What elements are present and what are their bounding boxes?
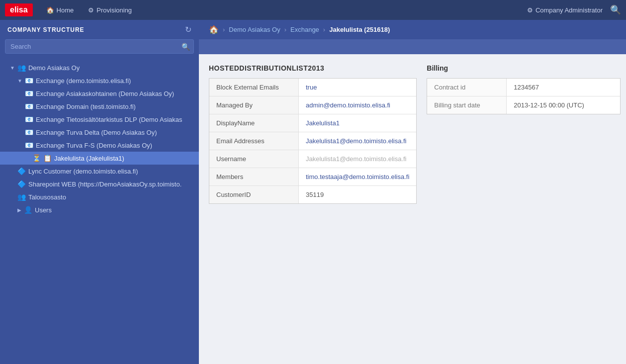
sidebar-item-label: Demo Asiakas Oy bbox=[28, 64, 194, 72]
field-label: Email Addresses bbox=[209, 132, 299, 150]
field-value[interactable]: Jakelulista1@demo.toimisto.elisa.fi bbox=[299, 132, 416, 150]
sidebar-item-label: Exchange Turva Delta (Demo Asiakas Oy) bbox=[36, 129, 194, 136]
breadcrumb-current-id: (251618) bbox=[364, 26, 390, 33]
home-icon: 🏠 bbox=[46, 6, 54, 14]
breadcrumb-sub-bar bbox=[199, 39, 626, 54]
company-icon: 👥 bbox=[17, 64, 26, 72]
sidebar-item-sharepoint[interactable]: 🔷 Sharepoint WEB (https://DemoAsiakasOy.… bbox=[0, 178, 199, 190]
sidebar-item-exchange-asiakaskohtainen[interactable]: 📧 Exchange Asiakaskohtainen (Demo Asiaka… bbox=[0, 87, 199, 100]
toggle-icon: ▼ bbox=[10, 65, 15, 71]
toggle-icon: ▼ bbox=[17, 78, 22, 84]
table-row: CustomerID 35119 bbox=[209, 186, 416, 203]
sidebar-item-jakelulista[interactable]: ⏳ 📋 Jakelulista (Jakelulista1) bbox=[0, 152, 199, 165]
billing-panel: Billing Contract id 1234567 Billing star… bbox=[427, 64, 621, 354]
admin-menu[interactable]: ⚙ Company Administrator bbox=[527, 6, 603, 14]
sidebar-item-users[interactable]: ▶ 👤 Users bbox=[0, 203, 199, 216]
breadcrumb-demo-asiakas[interactable]: Demo Asiakas Oy bbox=[229, 26, 280, 33]
breadcrumb-current: Jakelulista (251618) bbox=[329, 26, 390, 33]
table-row: DisplayName Jakelulista1 bbox=[209, 114, 416, 132]
exchange-icon: 📧 bbox=[25, 90, 33, 97]
billing-value: 1234567 bbox=[507, 79, 620, 96]
sidebar-item-label: Lync Customer (demo.toimisto.elisa.fi) bbox=[28, 168, 194, 175]
sidebar-item-label: Exchange Tietosisältötarkistus DLP (Demo… bbox=[36, 116, 194, 123]
sidebar-item-label: Exchange Domain (testi.toimisto.fi) bbox=[36, 103, 194, 110]
billing-value: 2013-12-15 00:00 (UTC) bbox=[507, 96, 620, 114]
search-input[interactable] bbox=[5, 39, 194, 54]
breadcrumb-sep-2: › bbox=[284, 26, 286, 33]
sidebar-title: COMPANY STRUCTURE bbox=[7, 26, 85, 33]
sidebar-search-container: 🔍 bbox=[5, 39, 194, 54]
sidebar-item-talousosasto[interactable]: 👥 Talousosasto bbox=[0, 190, 199, 203]
sidebar: COMPANY STRUCTURE ↻ 🔍 ▼ 👥 Demo Asiakas O… bbox=[0, 20, 199, 364]
info-panel: HOSTEDDISTRIBUTIONLIST2013 Block Externa… bbox=[209, 64, 417, 354]
field-value[interactable]: admin@demo.toimisto.elisa.fi bbox=[299, 96, 416, 114]
loading-icon: ⏳ bbox=[32, 154, 41, 162]
list-icon: 📋 bbox=[43, 154, 52, 162]
breadcrumb-sep-3: › bbox=[323, 26, 325, 33]
sidebar-item-exchange-domain[interactable]: 📧 Exchange Domain (testi.toimisto.fi) bbox=[0, 100, 199, 113]
provisioning-icon: ⚙ bbox=[88, 6, 94, 14]
search-icon[interactable]: 🔍 bbox=[610, 4, 621, 15]
breadcrumb-exchange[interactable]: Exchange bbox=[290, 26, 319, 33]
sidebar-item-exchange-turva-fs[interactable]: 📧 Exchange Turva F-S (Demo Asiakas Oy) bbox=[0, 139, 199, 152]
sidebar-item-lync[interactable]: 🔷 Lync Customer (demo.toimisto.elisa.fi) bbox=[0, 165, 199, 178]
field-value[interactable]: true bbox=[299, 79, 416, 96]
top-nav: elisa 🏠 Home ⚙ Provisioning ⚙ Company Ad… bbox=[0, 0, 626, 20]
main-content: 🏠 › Demo Asiakas Oy › Exchange › Jakelul… bbox=[199, 20, 626, 364]
field-label: CustomerID bbox=[209, 186, 299, 203]
gear-icon: ⚙ bbox=[527, 6, 533, 14]
breadcrumb-current-name: Jakelulista bbox=[329, 26, 362, 33]
sidebar-item-demo-asiakas-oy[interactable]: ▼ 👥 Demo Asiakas Oy bbox=[0, 61, 199, 74]
sidebar-item-label: Users bbox=[35, 206, 194, 214]
exchange-icon: 📧 bbox=[25, 77, 33, 85]
field-label: Block External Emails bbox=[209, 79, 299, 96]
nav-provisioning[interactable]: ⚙ Provisioning bbox=[82, 4, 138, 16]
billing-table: Contract id 1234567 Billing start date 2… bbox=[427, 78, 621, 114]
search-magnifier-icon: 🔍 bbox=[181, 43, 190, 51]
nav-right: ⚙ Company Administrator 🔍 bbox=[527, 4, 621, 15]
table-row: Members timo.testaaja@demo.toimisto.elis… bbox=[209, 168, 416, 186]
field-value: 35119 bbox=[299, 186, 416, 203]
table-row: Email Addresses Jakelulista1@demo.toimis… bbox=[209, 132, 416, 150]
breadcrumb-home-icon[interactable]: 🏠 bbox=[209, 25, 219, 34]
exchange-icon: 📧 bbox=[25, 115, 33, 123]
dept-icon: 👥 bbox=[17, 193, 26, 201]
sidebar-item-label: Exchange Asiakaskohtainen (Demo Asiakas … bbox=[36, 90, 194, 97]
table-row: Username Jakelulista1@demo.toimisto.elis… bbox=[209, 150, 416, 168]
field-label: Username bbox=[209, 150, 299, 168]
nav-home-label: Home bbox=[57, 6, 74, 14]
app-logo[interactable]: elisa bbox=[5, 3, 33, 16]
sidebar-item-exchange[interactable]: ▼ 📧 Exchange (demo.toimisto.elisa.fi) bbox=[0, 74, 199, 87]
billing-label: Contract id bbox=[427, 79, 507, 96]
admin-label: Company Administrator bbox=[536, 6, 603, 14]
sidebar-item-label: Sharepoint WEB (https://DemoAsiakasOy.sp… bbox=[28, 181, 194, 188]
nav-provisioning-label: Provisioning bbox=[96, 6, 132, 14]
section-title: HOSTEDDISTRIBUTIONLIST2013 bbox=[209, 64, 417, 72]
main-layout: COMPANY STRUCTURE ↻ 🔍 ▼ 👥 Demo Asiakas O… bbox=[0, 20, 626, 364]
field-value[interactable]: Jakelulista1 bbox=[299, 114, 416, 132]
sidebar-item-label: Exchange (demo.toimisto.elisa.fi) bbox=[36, 77, 194, 85]
billing-row: Contract id 1234567 bbox=[427, 79, 620, 96]
sidebar-tree: ▼ 👥 Demo Asiakas Oy ▼ 📧 Exchange (demo.t… bbox=[0, 59, 199, 364]
content-body: HOSTEDDISTRIBUTIONLIST2013 Block Externa… bbox=[199, 54, 626, 364]
billing-label: Billing start date bbox=[427, 96, 507, 114]
field-label: Members bbox=[209, 168, 299, 185]
sidebar-item-label: Talousosasto bbox=[28, 193, 194, 201]
sidebar-item-label: Exchange Turva F-S (Demo Asiakas Oy) bbox=[36, 142, 194, 149]
toggle-icon: ▶ bbox=[17, 207, 21, 213]
field-value: Jakelulista1@demo.toimisto.elisa.fi bbox=[299, 150, 416, 168]
breadcrumb: 🏠 › Demo Asiakas Oy › Exchange › Jakelul… bbox=[199, 20, 626, 39]
nav-home[interactable]: 🏠 Home bbox=[40, 4, 80, 16]
field-label: Managed By bbox=[209, 96, 299, 114]
sidebar-item-exchange-dlp[interactable]: 📧 Exchange Tietosisältötarkistus DLP (De… bbox=[0, 113, 199, 126]
table-row: Managed By admin@demo.toimisto.elisa.fi bbox=[209, 96, 416, 114]
field-value[interactable]: timo.testaaja@demo.toimisto.elisa.fi bbox=[299, 168, 416, 185]
field-label: DisplayName bbox=[209, 114, 299, 132]
exchange-icon: 📧 bbox=[25, 128, 33, 136]
refresh-icon[interactable]: ↻ bbox=[185, 25, 191, 34]
table-row: Block External Emails true bbox=[209, 79, 416, 96]
nav-items: 🏠 Home ⚙ Provisioning bbox=[40, 4, 527, 16]
sharepoint-icon: 🔷 bbox=[17, 180, 26, 188]
sidebar-item-exchange-turva-delta[interactable]: 📧 Exchange Turva Delta (Demo Asiakas Oy) bbox=[0, 126, 199, 139]
info-table: Block External Emails true Managed By ad… bbox=[209, 78, 417, 204]
